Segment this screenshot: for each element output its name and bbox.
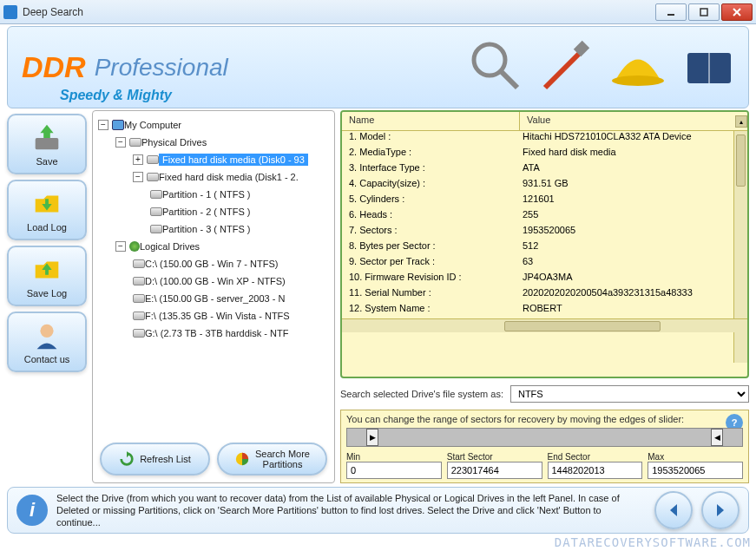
drive-icon (133, 259, 145, 268)
collapse-icon[interactable]: − (98, 120, 108, 130)
load-log-button[interactable]: Load Log (7, 180, 87, 240)
tree-disk0[interactable]: +Fixed hard disk media (Disk0 - 93 (98, 151, 329, 168)
property-value: 512 (523, 240, 740, 256)
collapse-icon[interactable]: − (115, 137, 126, 148)
scrollbar-thumb[interactable] (504, 321, 661, 331)
tree-physical[interactable]: −Physical Drives (98, 134, 329, 151)
property-name: 6. Heads : (349, 209, 523, 225)
end-label: End Sector (548, 452, 643, 462)
drive-tree-panel: −My Computer −Physical Drives +Fixed har… (92, 110, 335, 483)
property-name: 11. Serial Number : (349, 287, 523, 303)
tree-drive-d[interactable]: D:\ (100.00 GB - Win XP - NTFS) (98, 272, 329, 290)
tree-logical[interactable]: −Logical Drives (98, 238, 329, 255)
window-title: Deep Search (23, 6, 654, 18)
refresh-label: Refresh List (140, 454, 191, 464)
globe-icon (129, 241, 140, 252)
filesystem-row: Search selected Drive's file system as: … (340, 384, 749, 404)
slider-handle-left[interactable]: ▶ (366, 429, 378, 446)
header-name: Name (342, 112, 520, 130)
property-value: ATA (523, 162, 740, 178)
drive-icon (150, 225, 162, 233)
svg-point-12 (40, 325, 53, 338)
tree-part1[interactable]: Partition - 1 ( NTFS ) (98, 186, 329, 203)
drive-icon (147, 155, 159, 164)
property-name: 4. Capacity(size) : (349, 178, 523, 194)
min-label: Min (346, 452, 442, 462)
drive-tree[interactable]: −My Computer −Physical Drives +Fixed har… (98, 116, 329, 342)
info-icon: i (16, 495, 48, 526)
contact-icon (30, 319, 63, 352)
svg-line-6 (545, 53, 580, 88)
property-name: 5. Cylinders : (349, 194, 523, 209)
scrollbar-thumb[interactable] (736, 134, 746, 187)
properties-header: Name Value (342, 112, 747, 131)
filesystem-select[interactable]: NTFS (510, 385, 749, 403)
footer-message: Select the Drive (from which you want to… (56, 492, 646, 529)
hardhat-icon (608, 36, 668, 96)
close-button[interactable] (721, 3, 753, 21)
property-value: Fixed hard disk media (523, 147, 740, 162)
max-input[interactable] (648, 462, 743, 479)
property-row: 1. Model :Hitachi HDS721010CLA332 ATA De… (342, 131, 747, 147)
contact-button[interactable]: Contact us (7, 312, 87, 372)
tree-part3[interactable]: Partition - 3 ( NTFS ) (98, 220, 329, 238)
save-button[interactable]: Save (7, 114, 87, 174)
brand-logo: DDR (22, 50, 86, 84)
drive-icon (150, 190, 162, 199)
magnifier-icon (465, 36, 526, 96)
collapse-icon[interactable]: − (133, 172, 143, 182)
property-row: 9. Sector per Track :63 (342, 256, 747, 272)
svg-rect-1 (700, 9, 707, 16)
property-value: 63 (523, 256, 740, 272)
tree-root[interactable]: −My Computer (98, 116, 329, 134)
collapse-icon[interactable]: − (115, 241, 126, 252)
slider-handle-right[interactable]: ◀ (711, 429, 723, 446)
save-log-label: Save Log (27, 288, 67, 298)
end-sector-input[interactable] (548, 462, 643, 479)
tree-part2[interactable]: Partition - 2 ( NTFS ) (98, 203, 329, 220)
property-name: 2. MediaType : (349, 147, 523, 162)
max-label: Max (648, 452, 743, 462)
tree-drive-f[interactable]: F:\ (135.35 GB - Win Vista - NTFS (98, 307, 329, 325)
tree-drive-g[interactable]: G:\ (2.73 TB - 3TB harddisk - NTF (98, 325, 329, 342)
drive-icon (133, 312, 145, 320)
property-row: 6. Heads :255 (342, 209, 747, 225)
property-name: 8. Bytes per Sector : (349, 240, 523, 256)
tree-disk1[interactable]: −Fixed hard disk media (Disk1 - 2. (98, 168, 329, 186)
property-row: 5. Cylinders :121601 (342, 194, 747, 209)
start-label: Start Sector (447, 452, 542, 462)
search-more-button[interactable]: Search More Partitions (217, 443, 327, 476)
property-row: 8. Bytes per Sector :512 (342, 240, 747, 256)
property-value: ROBERT (523, 303, 740, 318)
min-input[interactable] (346, 462, 442, 479)
save-log-button[interactable]: Save Log (7, 246, 87, 306)
sector-slider[interactable]: ▶ ◀ (346, 428, 743, 447)
refresh-list-button[interactable]: Refresh List (100, 443, 210, 476)
drive-icon (133, 277, 145, 285)
property-value: 255 (523, 209, 740, 225)
property-name: 3. Interface Type : (349, 162, 523, 178)
maximize-button[interactable] (688, 3, 720, 21)
tree-drive-e[interactable]: E:\ (150.00 GB - server_2003 - N (98, 290, 329, 307)
back-button[interactable] (654, 491, 693, 529)
property-row: 2. MediaType :Fixed hard disk media (342, 147, 747, 162)
sector-range-box: You can change the range of sectors for … (340, 410, 749, 483)
svg-point-8 (612, 75, 664, 86)
save-label: Save (36, 156, 57, 167)
horizontal-scrollbar[interactable] (342, 318, 747, 332)
scroll-up-icon[interactable]: ▴ (735, 115, 747, 128)
sidebar: Save Load Log Save Log Contact us (7, 110, 87, 483)
save-icon (30, 121, 63, 154)
tagline: Speedy & Mighty (60, 88, 172, 103)
search-more-label: Search More Partitions (255, 449, 310, 469)
next-button[interactable] (701, 491, 740, 529)
minimize-button[interactable] (655, 3, 687, 21)
refresh-icon (119, 451, 135, 467)
tree-drive-c[interactable]: C:\ (150.00 GB - Win 7 - NTFS) (98, 255, 329, 272)
watermark: DATARECOVERYSOFTWARE.COM (555, 535, 751, 549)
start-sector-input[interactable] (447, 462, 542, 479)
expand-icon[interactable]: + (133, 154, 143, 165)
slider-message: You can change the range of sectors for … (346, 414, 743, 424)
property-row: 11. Serial Number :2020202020200504a3932… (342, 287, 747, 303)
property-value: 1953520065 (523, 225, 740, 240)
